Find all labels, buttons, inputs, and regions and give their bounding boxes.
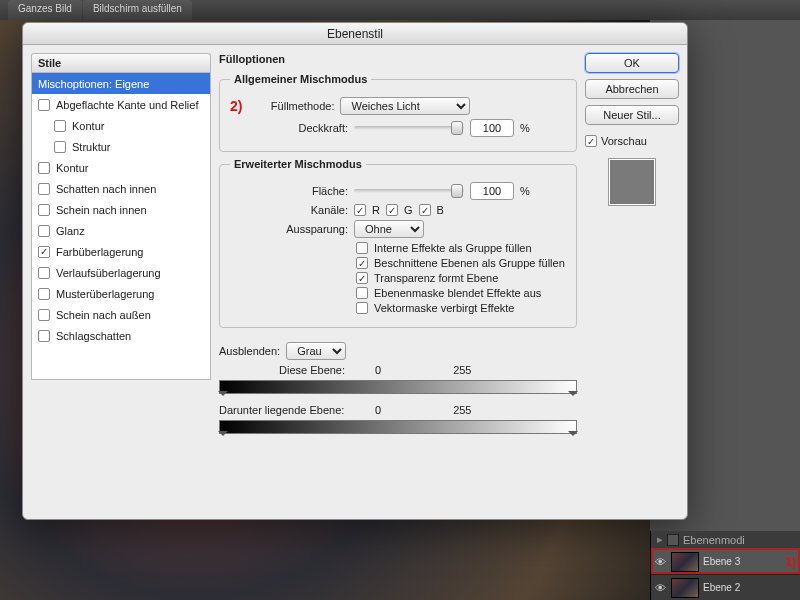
- styles-header: Stile: [31, 53, 211, 72]
- layer-thumbnail[interactable]: [671, 578, 699, 598]
- style-checkbox[interactable]: [38, 246, 50, 258]
- new-style-button[interactable]: Neuer Stil...: [585, 105, 679, 125]
- fill-opacity-slider[interactable]: [354, 189, 464, 193]
- knockout-label: Aussparung:: [230, 223, 348, 235]
- adv-opt-checkbox[interactable]: [356, 287, 368, 299]
- style-checkbox[interactable]: [54, 141, 66, 153]
- layer-style-dialog: Ebenenstil Stile Mischoptionen: EigeneAb…: [22, 22, 688, 520]
- style-checkbox[interactable]: [38, 225, 50, 237]
- style-row-4[interactable]: Kontur: [32, 157, 210, 178]
- opacity-value[interactable]: [470, 119, 514, 137]
- style-row-8[interactable]: Farbüberlagerung: [32, 241, 210, 262]
- this-hi: 255: [453, 364, 471, 376]
- this-layer-slider[interactable]: [219, 380, 577, 394]
- style-row-1[interactable]: Abgeflachte Kante und Relief: [32, 94, 210, 115]
- style-row-10[interactable]: Musterüberlagerung: [32, 283, 210, 304]
- adv-opt-0: Interne Effekte als Gruppe füllen: [356, 242, 566, 254]
- adv-opt-label: Transparenz formt Ebene: [374, 272, 498, 284]
- dialog-buttons: OK Abbrechen Neuer Stil... Vorschau: [585, 53, 679, 511]
- style-checkbox[interactable]: [38, 99, 50, 111]
- style-label: Schatten nach innen: [56, 183, 156, 195]
- style-row-7[interactable]: Glanz: [32, 220, 210, 241]
- style-row-2[interactable]: Kontur: [32, 115, 210, 136]
- layers-header-label: Ebenenmodi: [683, 534, 745, 546]
- adv-opt-checkbox[interactable]: [356, 257, 368, 269]
- style-label: Schein nach außen: [56, 309, 151, 321]
- style-checkbox[interactable]: [38, 204, 50, 216]
- underlying-slider[interactable]: [219, 420, 577, 434]
- style-label: Abgeflachte Kante und Relief: [56, 99, 199, 111]
- layer-thumbnail[interactable]: [671, 552, 699, 572]
- view-toolbar: Ganzes Bild Bildschirm ausfüllen: [0, 0, 800, 20]
- style-row-6[interactable]: Schein nach innen: [32, 199, 210, 220]
- adv-opt-checkbox[interactable]: [356, 272, 368, 284]
- blend-if-select[interactable]: Grau: [286, 342, 346, 360]
- pct: %: [520, 185, 530, 197]
- style-checkbox[interactable]: [54, 120, 66, 132]
- style-checkbox[interactable]: [38, 183, 50, 195]
- style-label: Kontur: [56, 162, 88, 174]
- underlying-label: Darunter liegende Ebene:: [219, 404, 369, 416]
- style-checkbox[interactable]: [38, 162, 50, 174]
- adv-opt-checkbox[interactable]: [356, 302, 368, 314]
- style-label: Musterüberlagerung: [56, 288, 154, 300]
- adv-opt-1: Beschnittene Ebenen als Gruppe füllen: [356, 257, 566, 269]
- knockout-select[interactable]: Ohne: [354, 220, 424, 238]
- layer-row-1[interactable]: 👁Ebene 2: [651, 574, 800, 600]
- tab-ganzes-bild[interactable]: Ganzes Bild: [8, 0, 82, 20]
- style-label: Struktur: [72, 141, 111, 153]
- layers-header-row[interactable]: ▸ Ebenenmodi: [651, 531, 800, 548]
- visibility-icon[interactable]: 👁: [655, 582, 667, 594]
- adv-opt-checkbox[interactable]: [356, 242, 368, 254]
- style-checkbox[interactable]: [38, 330, 50, 342]
- style-checkbox[interactable]: [38, 309, 50, 321]
- style-row-9[interactable]: Verlaufsüberlagerung: [32, 262, 210, 283]
- layers-panel: ▸ Ebenenmodi 👁Ebene 31)👁Ebene 2: [650, 531, 800, 600]
- channel-r-label: R: [372, 204, 380, 216]
- ok-button[interactable]: OK: [585, 53, 679, 73]
- pct: %: [520, 122, 530, 134]
- fill-opacity-value[interactable]: [470, 182, 514, 200]
- adv-opt-4: Vektormaske verbirgt Effekte: [356, 302, 566, 314]
- adv-opt-3: Ebenenmaske blendet Effekte aus: [356, 287, 566, 299]
- blend-mode-select[interactable]: Weiches Licht: [340, 97, 470, 115]
- style-label: Glanz: [56, 225, 85, 237]
- layer-row-0[interactable]: 👁Ebene 31): [651, 548, 800, 574]
- style-label: Farbüberlagerung: [56, 246, 143, 258]
- layer-name[interactable]: Ebene 3: [703, 556, 779, 567]
- advanced-blend-legend: Erweiterter Mischmodus: [230, 158, 366, 170]
- style-row-0[interactable]: Mischoptionen: Eigene: [32, 73, 210, 94]
- channels-label: Kanäle:: [230, 204, 348, 216]
- opacity-slider[interactable]: [354, 126, 464, 130]
- annotation-1: 1): [785, 555, 796, 569]
- styles-column: Stile Mischoptionen: EigeneAbgeflachte K…: [31, 53, 211, 511]
- dialog-title: Ebenenstil: [23, 23, 687, 45]
- annotation-2: 2): [230, 98, 242, 114]
- blend-if-section: Ausblenden: Grau Diese Ebene: 0 255 Daru…: [219, 338, 577, 444]
- styles-list: Mischoptionen: EigeneAbgeflachte Kante u…: [31, 72, 211, 380]
- cancel-button[interactable]: Abbrechen: [585, 79, 679, 99]
- adv-opt-label: Interne Effekte als Gruppe füllen: [374, 242, 532, 254]
- channel-b-checkbox[interactable]: [419, 204, 431, 216]
- style-label: Schlagschatten: [56, 330, 131, 342]
- preview-checkbox[interactable]: [585, 135, 597, 147]
- fill-options-header: Fülloptionen: [219, 53, 577, 65]
- layer-name[interactable]: Ebene 2: [703, 582, 796, 593]
- adv-opt-label: Vektormaske verbirgt Effekte: [374, 302, 514, 314]
- channel-g-checkbox[interactable]: [386, 204, 398, 216]
- style-label: Mischoptionen: Eigene: [38, 78, 149, 90]
- style-label: Kontur: [72, 120, 104, 132]
- style-checkbox[interactable]: [38, 288, 50, 300]
- disclosure-icon[interactable]: ▸: [657, 533, 663, 546]
- style-row-11[interactable]: Schein nach außen: [32, 304, 210, 325]
- style-checkbox[interactable]: [38, 267, 50, 279]
- channel-r-checkbox[interactable]: [354, 204, 366, 216]
- general-blend-legend: Allgemeiner Mischmodus: [230, 73, 371, 85]
- style-row-12[interactable]: Schlagschatten: [32, 325, 210, 346]
- style-row-3[interactable]: Struktur: [32, 136, 210, 157]
- tab-bildschirm[interactable]: Bildschirm ausfüllen: [83, 0, 192, 20]
- style-row-5[interactable]: Schatten nach innen: [32, 178, 210, 199]
- general-blend-group: Allgemeiner Mischmodus 2) Füllmethode: W…: [219, 73, 577, 152]
- preview-swatch: [609, 159, 655, 205]
- visibility-icon[interactable]: 👁: [655, 556, 667, 568]
